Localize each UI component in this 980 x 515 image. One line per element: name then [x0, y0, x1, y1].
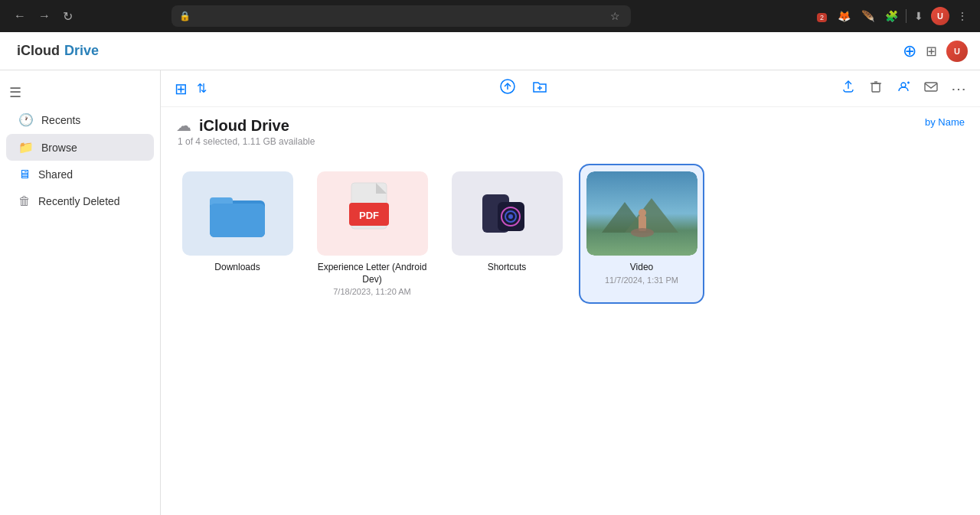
page-title: iCloud Drive	[199, 117, 289, 135]
new-folder-icon[interactable]	[530, 77, 550, 100]
file-thumbnail-video	[586, 171, 697, 256]
star-icon[interactable]: ☆	[607, 8, 623, 24]
sidebar-toggle-icon: ☰	[9, 85, 21, 100]
extension-puzzle[interactable]: 🧩	[882, 8, 901, 24]
browser-avatar[interactable]: U	[931, 7, 949, 25]
download-icon[interactable]: ⬇	[911, 8, 926, 24]
extension-badge-red: 2	[814, 8, 830, 24]
file-item-video[interactable]: Video 11/7/2024, 1:31 PM	[580, 165, 703, 302]
svg-rect-9	[925, 83, 937, 91]
sidebar-item-browse[interactable]: 📁 Browse	[6, 134, 154, 161]
file-thumbnail-downloads	[182, 171, 293, 256]
svg-point-25	[639, 209, 646, 217]
files-grid: Downloads PDF Exp	[161, 153, 980, 315]
sidebar-item-label-shared: Shared	[38, 168, 73, 181]
toolbar-right: ⋯	[839, 77, 968, 99]
browser-actions: 2 🦊 🪶 🧩 ⬇ U ⋮	[814, 7, 971, 25]
drive-text: Drive	[64, 43, 99, 59]
shared-icon: 🖥	[18, 168, 31, 181]
icloud-text: iCloud	[17, 43, 60, 59]
recents-icon: 🕐	[18, 112, 34, 127]
svg-point-20	[508, 214, 513, 219]
back-button[interactable]: ←	[9, 8, 31, 24]
extension-feather[interactable]: 🪶	[858, 8, 877, 24]
content-area: ⊞ ⇅	[161, 70, 980, 515]
file-date-pdf: 7/18/2023, 11:20 AM	[333, 287, 411, 296]
trash-icon: 🗑	[18, 194, 31, 208]
extension-fox[interactable]: 🦊	[835, 8, 854, 24]
browse-icon: 📁	[18, 140, 34, 155]
user-avatar[interactable]: U	[946, 41, 968, 62]
sidebar-item-recently-deleted[interactable]: 🗑 Recently Deleted	[6, 188, 154, 214]
browser-chrome: ← → ↻ 🔒 icloud.com/iclouddrive/ ☆ 2 🦊 🪶 …	[0, 0, 980, 32]
lock-icon: 🔒	[179, 11, 191, 21]
toolbar-more-icon[interactable]: ⋯	[949, 78, 968, 99]
icloud-logo: iCloud Drive	[12, 43, 99, 59]
grid-view-icon[interactable]: ⊞	[173, 78, 189, 99]
svg-rect-3	[872, 83, 880, 92]
toolbar-left: ⊞ ⇅	[173, 78, 208, 99]
sidebar-toggle[interactable]: ☰	[0, 80, 160, 106]
sidebar-item-label-browse: Browse	[41, 142, 77, 154]
file-name-video: Video	[630, 262, 653, 274]
sidebar-item-label-recents: Recents	[41, 114, 80, 126]
add-icon[interactable]: ⊕	[903, 41, 916, 61]
sidebar: ☰ 🕐 Recents 📁 Browse 🖥 Shared 🗑 Recently…	[0, 70, 161, 515]
toolbar-upload-icon[interactable]	[839, 77, 858, 99]
page-subtitle: 1 of 4 selected, 1.11 GB available	[176, 136, 315, 147]
main-layout: ☰ 🕐 Recents 📁 Browse 🖥 Shared 🗑 Recently…	[0, 70, 980, 515]
sidebar-item-label-recently-deleted: Recently Deleted	[38, 195, 120, 207]
svg-point-26	[631, 228, 654, 237]
sidebar-item-recents[interactable]: 🕐 Recents	[6, 106, 154, 133]
page-header: ☁ iCloud Drive 1 of 4 selected, 1.11 GB …	[161, 107, 980, 153]
page-title-area: ☁ iCloud Drive 1 of 4 selected, 1.11 GB …	[176, 116, 315, 147]
file-date-video: 11/7/2024, 1:31 PM	[605, 275, 678, 285]
app-wrapper: iCloud Drive ⊕ ⊞ U ☰ 🕐 Recents 📁 Browse	[0, 32, 980, 515]
forward-button[interactable]: →	[34, 8, 55, 24]
grid-apps-icon[interactable]: ⊞	[926, 43, 937, 60]
browser-nav-buttons: ← → ↻	[9, 8, 77, 25]
sidebar-item-shared[interactable]: 🖥 Shared	[6, 161, 154, 187]
browser-menu-icon[interactable]: ⋮	[954, 8, 971, 24]
toolbar-share-icon[interactable]	[894, 77, 913, 99]
file-thumbnail-shortcuts	[452, 171, 563, 256]
file-item-shortcuts[interactable]: Shortcuts	[446, 165, 568, 302]
page-cloud-icon: ☁	[176, 116, 191, 135]
svg-text:PDF: PDF	[359, 210, 379, 221]
divider	[906, 9, 906, 23]
file-name-downloads: Downloads	[214, 262, 260, 274]
top-bar: iCloud Drive ⊕ ⊞ U	[0, 32, 980, 70]
reload-button[interactable]: ↻	[58, 8, 77, 25]
pdf-icon: PDF	[345, 181, 399, 246]
sort-label[interactable]: by Name	[925, 116, 965, 128]
file-item-pdf[interactable]: PDF Experience Letter (Android Dev) 7/18…	[311, 165, 433, 302]
toolbar-email-icon[interactable]	[922, 77, 940, 99]
svg-rect-12	[210, 204, 265, 237]
address-bar[interactable]: 🔒 icloud.com/iclouddrive/ ☆	[172, 5, 631, 27]
content-toolbar: ⊞ ⇅	[161, 70, 980, 107]
upload-icon[interactable]	[498, 77, 518, 100]
url-input[interactable]: icloud.com/iclouddrive/	[195, 11, 603, 21]
toolbar-delete-icon[interactable]	[867, 77, 885, 99]
file-name-pdf: Experience Letter (Android Dev)	[317, 262, 427, 285]
sort-arrows-icon[interactable]: ⇅	[195, 80, 208, 97]
file-item-downloads[interactable]: Downloads	[176, 165, 299, 302]
file-thumbnail-pdf: PDF	[317, 171, 428, 256]
top-bar-right: ⊕ ⊞ U	[903, 41, 968, 62]
file-name-shortcuts: Shortcuts	[488, 262, 527, 274]
svg-point-6	[901, 83, 906, 87]
toolbar-center	[217, 77, 830, 100]
page-title-row: ☁ iCloud Drive	[176, 116, 315, 135]
